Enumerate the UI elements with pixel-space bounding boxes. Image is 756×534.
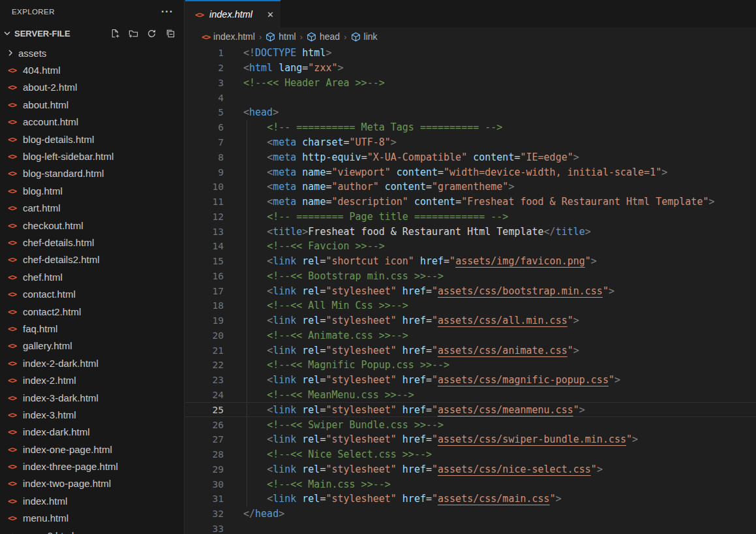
collapse-all-icon[interactable] [165,29,175,39]
code-line-2[interactable]: 2<html lang="zxx"> [185,61,756,76]
file-row[interactable]: <>index-2-dark.html [0,354,184,371]
indent-guide [247,492,247,507]
file-row[interactable]: <>chef-details2.html [0,251,184,268]
file-label: blog-left-sidebar.html [23,151,113,162]
code-line-30[interactable]: 30 <!--<< Main.css >>--> [185,477,756,492]
code-line-8[interactable]: 8 <meta http-equiv="X-UA-Compatible" con… [185,149,756,165]
code-text: <link rel="shortcut icon" href="assets/i… [224,255,597,267]
code-line-9[interactable]: 9 <meta name="viewport" content="width=d… [185,165,756,180]
code-line-15[interactable]: 15 <link rel="shortcut icon" href="asset… [185,254,756,269]
html-file-icon: <> [7,203,18,213]
code-line-27[interactable]: 27 <link rel="stylesheet" href="assets/c… [185,432,756,447]
code-line-23[interactable]: 23 <link rel="stylesheet" href="assets/c… [185,373,756,388]
indent-guide [247,447,247,462]
file-row[interactable]: <>index-one-page.html [0,441,184,458]
code-text: <!--<< Header Area >>--> [224,77,385,89]
breadcrumb-symbol-link[interactable]: link [351,31,378,42]
code-line-17[interactable]: 17 <link rel="stylesheet" href="assets/c… [185,283,756,298]
file-row[interactable]: <>contact2.html [0,303,184,320]
code-line-25[interactable]: 25 <link rel="stylesheet" href="assets/c… [185,402,756,417]
code-line-31[interactable]: 31 <link rel="stylesheet" href="assets/c… [185,492,756,507]
file-row[interactable]: <>index-3-dark.html [0,389,184,406]
file-row[interactable]: <>chef.html [0,268,184,285]
html-file-icon: <> [7,289,18,299]
tab-index-html[interactable]: <> index.html ✕ [185,0,280,27]
code-line-5[interactable]: 5<head> [185,105,756,120]
code-text: <!--<< Favcion >>--> [224,240,385,252]
code-line-33[interactable]: 33 [185,522,756,534]
line-number: 16 [185,271,224,281]
line-number: 19 [185,315,224,326]
code-text: <link rel="stylesheet" href="assets/css/… [224,345,579,356]
refresh-icon[interactable] [147,29,157,39]
file-row[interactable]: <>gallery.html [0,338,184,354]
indent-guide [247,432,247,447]
file-row[interactable]: <>about.html [0,96,184,113]
file-row[interactable]: <>contact.html [0,285,184,302]
code-line-21[interactable]: 21 <link rel="stylesheet" href="assets/c… [185,343,756,358]
new-file-icon[interactable] [110,29,120,39]
code-line-14[interactable]: 14 <!--<< Favcion >>--> [185,239,756,254]
file-row[interactable]: <>404.html [0,61,184,78]
indent-guide [247,149,247,165]
file-row[interactable]: <>index-two-page.html [0,475,184,492]
folder-row-assets[interactable]: assets [0,44,184,61]
file-row[interactable]: <> menu2.html [0,527,184,534]
new-folder-icon[interactable] [129,29,138,39]
file-row[interactable]: <>blog-details.html [0,131,184,148]
code-line-26[interactable]: 26 <!--<< Swiper Bundle.css >>--> [185,417,756,432]
file-row[interactable]: <>blog-left-sidebar.html [0,148,184,165]
code-line-3[interactable]: 3<!--<< Header Area >>--> [185,76,756,91]
code-line-16[interactable]: 16 <!--<< Bootstrap min.css >>--> [185,268,756,283]
code-line-1[interactable]: 1<!DOCTYPE html> [185,46,756,61]
code-line-18[interactable]: 18 <!--<< All Min Css >>--> [185,298,756,313]
code-area[interactable]: 1<!DOCTYPE html>2<html lang="zxx">3<!--<… [185,46,756,534]
file-row[interactable]: <>menu.html [0,510,184,527]
code-line-6[interactable]: 6 <!-- ========== Meta Tags ========== -… [185,120,756,135]
code-line-28[interactable]: 28 <!--<< Nice Select.css >>--> [185,447,756,462]
file-row[interactable]: <>index-3.html [0,406,184,423]
code-line-19[interactable]: 19 <link rel="stylesheet" href="assets/c… [185,313,756,328]
file-row[interactable]: <>index-three-page.html [0,458,184,475]
line-number: 6 [185,122,224,133]
code-text: <!--<< Bootstrap min.css >>--> [224,270,444,282]
code-line-24[interactable]: 24 <!--<< MeanMenu.css >>--> [185,388,756,403]
close-icon[interactable]: ✕ [267,10,274,20]
breadcrumb-separator: › [344,32,346,42]
code-line-22[interactable]: 22 <!--<< Magnific Popup.css >>--> [185,358,756,373]
breadcrumb-file[interactable]: <> index.html [202,31,255,42]
code-line-4[interactable]: 4 [185,90,756,105]
file-row[interactable]: <>index-2.html [0,371,184,388]
code-line-11[interactable]: 11 <meta name="description" content="Fre… [185,195,756,210]
code-line-13[interactable]: 13 <title>Fresheat food & Restaurant Htm… [185,224,756,239]
breadcrumb-symbol-html[interactable]: html [265,31,295,42]
file-row[interactable]: <>index.html [0,492,184,509]
file-row[interactable]: <>blog.html [0,182,184,199]
code-text: <!-- ========== Meta Tags ========== --> [224,121,502,133]
file-row[interactable]: <>account.html [0,114,184,131]
breadcrumb-file-label: index.html [213,31,255,42]
code-line-10[interactable]: 10 <meta name="author" content="gramenth… [185,180,756,195]
html-file-icon: <> [7,168,18,178]
explorer-header: EXPLORER ··· [0,0,184,24]
html-file-icon: <> [7,65,18,75]
line-number: 20 [185,330,224,341]
file-row[interactable]: <>index-dark.html [0,424,184,441]
explorer-section-server-file[interactable]: SERVER-FILE [0,24,184,43]
code-line-12[interactable]: 12 <!-- ======== Page title ============… [185,209,756,224]
file-row[interactable]: <>cart.html [0,200,184,217]
file-row[interactable]: <>checkout.html [0,217,184,234]
explorer-more-actions-icon[interactable]: ··· [161,8,174,15]
code-line-7[interactable]: 7 <meta charset="UTF-8"> [185,135,756,150]
code-line-20[interactable]: 20 <!--<< Animate.css >>--> [185,328,756,343]
code-line-29[interactable]: 29 <link rel="stylesheet" href="assets/c… [185,462,756,477]
breadcrumb-symbol-head[interactable]: head [307,31,340,42]
file-row[interactable]: <>faq.html [0,320,184,337]
file-row[interactable]: <>chef-details.html [0,234,184,251]
file-row[interactable]: <>blog-standard.html [0,165,184,182]
line-number: 7 [185,137,224,148]
line-number: 8 [185,152,224,163]
file-row[interactable]: <>about-2.html [0,79,184,96]
indent-guide [247,477,247,492]
code-line-32[interactable]: 32</head> [185,507,756,522]
